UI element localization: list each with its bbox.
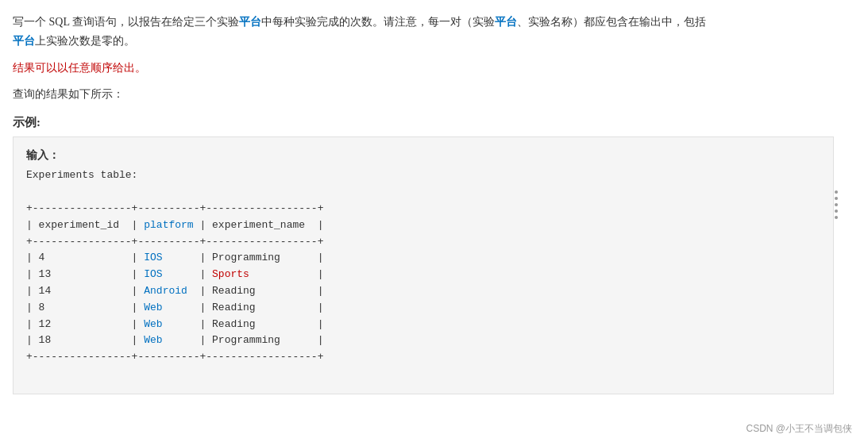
dot-5 xyxy=(835,216,838,219)
input-label: 输入： xyxy=(26,148,820,163)
separator-mid: +----------------+----------+-----------… xyxy=(26,236,323,248)
highlight-platform-3: 平台 xyxy=(13,35,35,47)
paragraph-1: 写一个 SQL 查询语句，以报告在给定三个实验平台中每种实验完成的次数。请注意，… xyxy=(13,13,834,51)
table-code: +----------------+----------+-----------… xyxy=(26,184,820,382)
dot-4 xyxy=(835,209,838,213)
table-header: | experiment_id | platform | experiment_… xyxy=(26,219,323,231)
paragraph-3: 查询的结果如下所示： xyxy=(13,85,834,104)
dot-2 xyxy=(835,197,838,200)
section-title: 示例: xyxy=(13,115,834,130)
table-row-2: | 13 | IOS | Sports | xyxy=(26,268,324,280)
highlight-platform: 平台 xyxy=(239,16,261,28)
highlight-result: 结果可以以任意顺序给出。 xyxy=(13,62,146,74)
paragraph-2: 结果可以以任意顺序给出。 xyxy=(13,59,834,78)
table-row-4: | 8 | Web | Reading | xyxy=(26,302,323,313)
highlight-platform-2: 平台 xyxy=(495,16,517,28)
csdn-watermark: CSDN @小王不当调包侠 xyxy=(746,422,852,436)
table-row-5: | 12 | Web | Reading | xyxy=(26,318,323,330)
dot-1 xyxy=(835,190,838,194)
example-box: 输入： Experiments table: +----------------… xyxy=(13,136,834,394)
separator-top: +----------------+----------+-----------… xyxy=(26,202,323,214)
table-row-1: | 4 | IOS | Programming | xyxy=(26,252,323,263)
table-row-6: | 18 | Web | Programming | xyxy=(26,334,323,346)
dots-area xyxy=(835,190,838,219)
separator-bottom: +----------------+----------+-----------… xyxy=(26,351,323,363)
table-title: Experiments table: xyxy=(26,169,820,181)
table-row-3: | 14 | Android | Reading | xyxy=(26,285,323,297)
main-content: 写一个 SQL 查询语句，以报告在给定三个实验平台中每种实验完成的次数。请注意，… xyxy=(0,0,850,407)
dot-3 xyxy=(835,203,838,206)
